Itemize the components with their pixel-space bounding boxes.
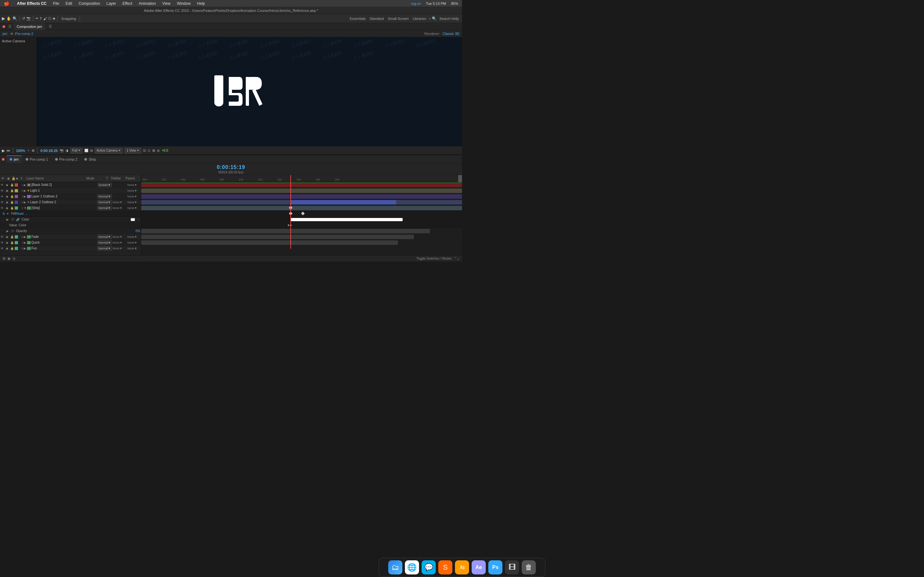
tool-brush[interactable]: 🖌 [43,17,47,21]
layer-row-8[interactable]: 👁 ◉ 🔒 8 ▶ □ Fun Normal▼ None▼ None▼ [0,245,141,251]
eye-6[interactable]: 👁 [1,235,5,239]
tab-precomp2[interactable]: Pre-comp 2 [52,155,81,163]
eye-1[interactable]: 👁 [1,183,5,187]
timeline-ruler[interactable]: 00s 02s 04s 06s 08s 10s 12s 14s 16s 18s … [141,175,462,182]
menu-view[interactable]: View [161,1,172,6]
eye-4[interactable]: 👁 [1,201,5,204]
track-1[interactable] [141,182,462,188]
opacity-value[interactable]: 0% [136,229,140,233]
view-dropdown[interactable]: 1 View ▼ [124,148,141,153]
layer-row-1[interactable]: 👁 ◉ 🔒 1 ▶ ■ [Black Solid 2] Screen▼ None… [0,182,141,188]
mode-5[interactable]: Normal▼ [97,206,112,210]
layer-row-4[interactable]: 👁 ◉ 🔒 4 ▶ ✦ Layer 2 Outlines 2 Normal▼ N… [0,199,141,205]
grid2-icon[interactable]: ⊞ [152,149,155,152]
bar-3[interactable] [141,194,462,199]
comp-icon[interactable]: ⬡ [148,149,150,152]
stopwatch-opacity[interactable]: ⏱ [11,229,14,233]
tool-stamp[interactable]: ⬡ [48,16,51,21]
solo-8[interactable]: ◉ [6,247,10,250]
safe-areas-icon[interactable]: ⊟ [90,149,93,152]
bar-8[interactable] [141,240,398,245]
mode-6[interactable]: Normal▼ [97,235,112,239]
timecode[interactable]: 0:00:15:19 [217,164,245,170]
expand-3[interactable]: ▶ [24,195,26,198]
apple-menu[interactable]: 🍎 [3,1,11,6]
bar-7[interactable] [141,235,414,239]
lock-1[interactable]: 🔒 [10,183,14,187]
comp-close-btn[interactable] [3,25,5,28]
link-color[interactable]: 🔗 [16,218,19,221]
tool-text[interactable]: T [40,17,42,21]
lock-2[interactable]: 🔒 [10,189,14,192]
camera-dropdown[interactable]: Active Camera ▼ [95,148,123,153]
layer-row-3[interactable]: 👁 ◉ 🔒 3 ▶ ⬡ Layer 1 Outlines 2 Normal▼ N… [0,193,141,199]
expand-4[interactable]: ▶ [24,201,26,204]
reset-button[interactable]: Reset [15,212,23,215]
color-arrow[interactable]: → [137,218,140,221]
dots-label[interactable]: ... [25,212,27,215]
mask-icon[interactable]: ⬜ [84,149,88,152]
comp-tab-jeri[interactable]: Composition jeri [13,23,45,30]
color-swatch[interactable] [131,218,135,221]
eye-8[interactable]: 👁 [1,247,5,250]
solo-5[interactable]: ◉ [6,206,10,210]
menu-help[interactable]: Help [196,1,206,6]
expand-2[interactable]: ▶ [24,189,26,192]
trkmat-7[interactable]: None▼ [113,241,127,244]
libraries-btn[interactable]: Libraries [411,17,427,21]
mode-7[interactable]: Normal▼ [97,240,112,245]
trkmat-6[interactable]: None▼ [113,235,127,239]
zoom-display[interactable]: 100% [16,149,25,153]
lock-4[interactable]: 🔒 [10,201,14,204]
tool-rotate[interactable]: ↺ [22,16,25,21]
layout-icon[interactable]: ⊡ [143,149,145,152]
layer-row-5[interactable]: 👁 ◉ 🔒 5 ▼ □ [Strip] Normal▼ None▼ None▼ [0,205,141,211]
track-6[interactable] [141,228,462,234]
expand-color[interactable]: ▶ [6,218,9,221]
play-icon[interactable]: ▶ [2,148,5,153]
solo-1[interactable]: ◉ [6,183,10,187]
grid-icon[interactable]: ⊞ [32,149,34,152]
tl-icon-3[interactable]: ◎ [13,256,16,261]
tool-eraser[interactable]: ◈ [53,16,55,21]
search-help-btn[interactable]: Search Help [438,17,460,21]
standard-btn[interactable]: Standard [368,17,385,21]
mode-3[interactable]: Normal▼ [97,194,112,199]
rewind-icon[interactable]: ⏮ [7,149,10,152]
layer-row-2[interactable]: 👁 ◉ 🔒 2 ▶ ✦ Light 1 None▼ [0,188,141,193]
eye-7[interactable]: 👁 [1,241,5,244]
tool-camera[interactable]: 📷 [26,16,31,21]
camera-icon[interactable]: 📷 [60,149,63,152]
track-4[interactable] [141,199,462,205]
timeline-close-btn[interactable] [2,158,5,161]
tl-icon-1[interactable]: ⊞ [3,256,5,261]
menu-edit[interactable]: Edit [64,1,73,6]
solo-6[interactable]: ◉ [6,235,10,239]
tl-scroll-down[interactable]: ⌄ [457,256,459,261]
track-5[interactable] [141,205,462,211]
trkmat-5[interactable]: None▼ [113,206,127,210]
tl-icon-2[interactable]: ◉ [7,256,11,261]
tl-scroll-icon[interactable]: ⌃ [454,256,457,261]
expand-7[interactable]: ▶ [24,241,26,244]
solo-2[interactable]: ◉ [6,189,10,192]
eye-5[interactable]: 👁 [1,206,5,210]
menu-window[interactable]: Window [176,1,192,6]
tool-select[interactable]: ▶ [2,16,5,21]
toggle-switches-label[interactable]: Toggle Switches / Modes [416,257,452,260]
tool-pen[interactable]: ✏ [36,16,39,21]
expand-6[interactable]: ▶ [24,235,26,239]
expand-5[interactable]: ▼ [24,206,26,210]
tab-precomp1[interactable]: Pre-comp 1 [23,155,51,163]
layer-row-7[interactable]: 👁 ◉ 🔒 7 ▶ □ Quick Normal▼ None▼ None▼ [0,240,141,245]
solo-3[interactable]: ◉ [6,195,10,198]
expand-8[interactable]: ▶ [24,247,26,250]
track-7[interactable] [141,234,462,240]
bar-4b[interactable] [290,200,396,205]
trkmat-8[interactable]: None▼ [113,247,127,250]
lock-8[interactable]: 🔒 [10,247,14,250]
eye-3[interactable]: 👁 [1,195,5,198]
mode-4[interactable]: Normal▼ [97,200,112,205]
menu-effect[interactable]: Effect [121,1,134,6]
quality-dropdown[interactable]: Full ▼ [70,148,82,153]
